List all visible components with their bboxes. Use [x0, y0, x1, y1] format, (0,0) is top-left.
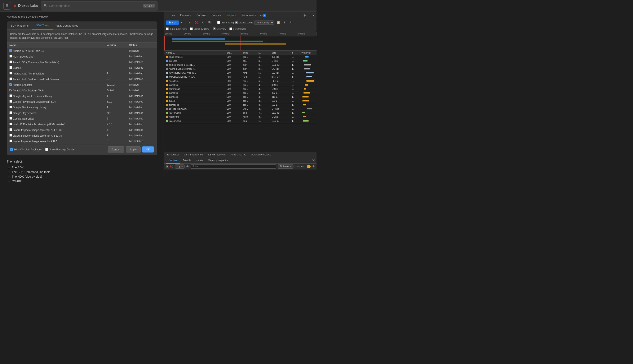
row-checkbox[interactable] — [10, 111, 12, 114]
cancel-button[interactable]: Cancel — [108, 146, 124, 152]
table-row[interactable]: mobile.md 200 fetch d... 1.1 kB 2. — [164, 115, 316, 119]
row-checkbox[interactable] — [10, 100, 12, 103]
col-name[interactable]: Name ▲ — [164, 51, 225, 55]
overview-checkbox[interactable] — [213, 28, 216, 30]
table-row[interactable]: inline0.js 200 scr... d... 402 B 2. — [164, 91, 316, 95]
tab-sources[interactable]: Sources — [209, 12, 224, 19]
row-checkbox[interactable] — [10, 49, 12, 52]
preserve-log-checkbox[interactable] — [217, 21, 220, 24]
row-checkbox[interactable] — [10, 122, 12, 125]
table-row[interactable]: Google Play Licensing Library 1 Not Inst… — [7, 104, 157, 110]
console-settings-icon[interactable]: ⚙ — [312, 165, 315, 168]
disable-cache-label[interactable]: Disable cache — [235, 21, 253, 24]
search-input[interactable] — [49, 4, 141, 8]
table-row[interactable]: Android Auto API Simulators 1 Not Instal… — [7, 71, 157, 76]
tab-network[interactable]: Network — [224, 12, 239, 19]
table-row[interactable]: Google Web Driver 2 Not Installed — [7, 116, 157, 122]
table-row[interactable]: storage.js 200 scr... d... 562 B 1. — [164, 103, 316, 107]
more-options-icon[interactable]: ⋮ — [308, 14, 311, 17]
tab-elements[interactable]: Elements — [177, 12, 193, 19]
tab-sdk-tools[interactable]: SDK Tools — [32, 22, 52, 30]
menu-button[interactable]: ☰ — [3, 2, 11, 10]
table-row[interactable]: Layout Inspector image server for API 29… — [7, 127, 157, 133]
console-eye-icon[interactable]: 👁 — [186, 165, 189, 168]
table-row[interactable]: Android SDK Platform-Tools 34.0.4 Instal… — [7, 88, 157, 93]
clear-button[interactable]: 🚫 — [193, 20, 199, 24]
group-by-frame-checkbox[interactable] — [190, 28, 193, 30]
row-checkbox[interactable] — [10, 140, 12, 142]
apply-button[interactable]: Apply — [126, 146, 141, 152]
console-tab-memory[interactable]: Memory Inspector — [205, 157, 231, 164]
chevron-right-icon[interactable]: › — [166, 170, 167, 174]
table-row[interactable]: Android-Dioxus-demo54... 200 avif m... 1… — [164, 67, 316, 71]
table-row[interactable]: Android SDK Build-Tools 34 Installed — [7, 48, 157, 54]
table-row[interactable]: Intel x86 Emulator Accelerator (HAXM ins… — [7, 122, 157, 127]
tab-console[interactable]: Console — [193, 12, 209, 19]
console-top-select[interactable]: top ▾ — [175, 164, 184, 168]
settings-icon[interactable]: ⚙ — [303, 14, 306, 17]
overview-label[interactable]: Overview — [213, 28, 226, 30]
row-checkbox[interactable] — [10, 89, 12, 92]
network-search-close[interactable]: ✕ — [180, 21, 183, 24]
col-initiator[interactable]: I... — [257, 51, 270, 55]
import-icon[interactable]: ⬆ — [282, 20, 287, 24]
table-row[interactable]: CMake Not Installed — [7, 65, 157, 71]
col-waterfall[interactable]: Waterfall — [300, 51, 316, 55]
hide-obsolete-label[interactable]: Hide Obsolete Packages — [10, 148, 42, 151]
row-checkbox[interactable] — [10, 66, 12, 69]
preserve-log-label[interactable]: Preserve log — [217, 21, 234, 24]
disable-cache-checkbox[interactable] — [235, 21, 238, 24]
table-row[interactable]: docsite.js 200 scr... m... 11.8 kB 3. — [164, 79, 316, 83]
table-row[interactable]: inline1.js 200 scr... d... 415 B 1. — [164, 95, 316, 99]
table-row[interactable]: inline0.js 200 scr... d... 3.9 kB 2. — [164, 83, 316, 87]
table-row[interactable]: NDK (Side by side) Not Installed — [7, 54, 157, 60]
table-row[interactable]: wlpwgwvFAVdoq2_v-6Q... 200 font c... 39.… — [164, 75, 316, 79]
row-checkbox[interactable] — [10, 72, 12, 74]
tab-sdk-update-sites[interactable]: SDK Update Sites — [53, 22, 82, 30]
show-details-checkbox[interactable] — [45, 148, 48, 151]
table-row[interactable]: eval.js 200 scr... d... 661 B 2. — [164, 99, 316, 103]
table-row[interactable]: Android Auto Desktop Head Unit Emulator … — [7, 76, 157, 82]
big-request-rows-checkbox[interactable] — [166, 28, 169, 30]
console-close-icon[interactable]: ✕ — [312, 158, 315, 162]
console-filter-input[interactable] — [191, 164, 276, 168]
row-checkbox[interactable] — [10, 60, 12, 63]
col-size[interactable]: Size — [270, 51, 290, 55]
screenshots-label[interactable]: Screenshots — [229, 28, 246, 30]
console-clear-icon[interactable]: 🚫 — [170, 165, 173, 168]
table-row[interactable]: favicon.png 200 png O... 15.0 kB 1. — [164, 119, 316, 123]
col-time[interactable]: T — [290, 51, 300, 55]
table-row[interactable]: Layout Inspector image server for API S … — [7, 138, 157, 144]
table-row[interactable]: inter.css 200 sty... m... 1.4 kB 2. — [164, 59, 316, 63]
row-checkbox[interactable] — [10, 128, 12, 131]
table-row[interactable]: docsite_bg.wasm 200 wa... d... 1.7 MB 2. — [164, 107, 316, 111]
row-checkbox[interactable] — [10, 94, 12, 97]
throttle-select[interactable]: No throttling — [254, 20, 274, 25]
table-row[interactable]: Android Emulator 32.1.14 Installed — [7, 82, 157, 88]
console-sidebar-icon[interactable]: ▣ — [166, 165, 168, 168]
table-row[interactable]: page-script.js 200 scr... c... 456 kB 2. — [164, 55, 316, 59]
col-status[interactable]: Sta... — [225, 51, 241, 55]
ok-button[interactable]: OK — [142, 146, 154, 152]
search-bar[interactable]: 🔍 CTRL + / — [41, 1, 158, 10]
screenshots-checkbox[interactable] — [229, 28, 232, 30]
device-icon[interactable]: ▭ — [171, 14, 175, 18]
row-checkbox[interactable] — [10, 78, 12, 80]
show-details-label[interactable]: Show Package Details — [45, 148, 74, 151]
console-tab-console[interactable]: Console — [166, 157, 180, 164]
row-checkbox[interactable] — [10, 55, 12, 58]
close-devtools-icon[interactable]: ✕ — [312, 14, 315, 17]
network-search-button[interactable]: Search — [166, 20, 179, 25]
row-checkbox[interactable] — [10, 83, 12, 86]
tab-performance[interactable]: Performance — [239, 12, 259, 19]
row-checkbox[interactable] — [10, 117, 12, 120]
search-network-button[interactable]: 🔍 — [207, 20, 213, 24]
filter-button[interactable]: ⚙ — [201, 20, 206, 24]
hide-obsolete-checkbox[interactable] — [10, 148, 13, 151]
group-by-frame-label[interactable]: Group by frame — [190, 28, 209, 30]
console-tab-issues[interactable]: Issues — [193, 157, 205, 164]
online-icon[interactable]: 📶 — [275, 20, 281, 24]
table-row[interactable]: common.js 200 scr... d... 1.0 kB 2. — [164, 87, 316, 91]
cursor-icon[interactable]: ⬚ — [166, 14, 170, 18]
table-row[interactable]: Layout Inspector image server for API 31… — [7, 133, 157, 138]
